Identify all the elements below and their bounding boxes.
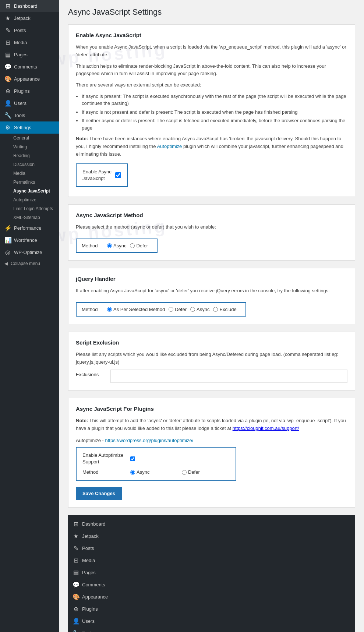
sub-permalinks[interactable]: Permalinks — [4, 178, 59, 187]
bullet-2: If async is not present and defer is pre… — [82, 109, 347, 116]
plugins-icon: ⊕ — [4, 88, 11, 95]
sub-general[interactable]: General — [4, 134, 59, 142]
auto-radio-async-input[interactable] — [130, 470, 135, 475]
media-icon: ⊟ — [4, 39, 11, 46]
collapse-menu[interactable]: ◀ Collapse menu — [0, 258, 59, 269]
enable-checkbox[interactable] — [115, 172, 121, 178]
users-icon: 👤 — [4, 100, 11, 107]
sidebar-item-appearance-b[interactable]: 🎨 Appearance — [68, 591, 355, 603]
sidebar-item-plugins[interactable]: ⊕ Plugins — [0, 85, 59, 97]
radio-defer2-input[interactable] — [169, 307, 173, 312]
auto-radio-async[interactable]: Async — [130, 469, 174, 476]
sidebar-item-performance[interactable]: ⚡ Performance — [0, 222, 59, 234]
enable-section-title: Enable Async JavaScript — [76, 32, 347, 38]
sidebar-item-plugins-b[interactable]: ⊕ Plugins — [68, 603, 355, 615]
jetpack-icon: ★ — [4, 15, 11, 22]
sidebar-item-posts-b[interactable]: ✎ Posts — [68, 542, 355, 554]
sidebar-item-tools-b[interactable]: 🔧 Tools — [68, 627, 355, 632]
radio-exclude-input[interactable] — [213, 307, 218, 312]
main-content: Async JavaScript Settings Enable Async J… — [59, 0, 364, 632]
sidebar-item-comments-b[interactable]: 💬 Comments — [68, 579, 355, 591]
posts-icon: ✎ — [4, 27, 11, 34]
radio-defer2[interactable]: Defer — [169, 307, 187, 312]
jetpack-icon-b: ★ — [73, 533, 79, 540]
sidebar-item-pages-b[interactable]: ▤ Pages — [68, 566, 355, 579]
jquery-desc: If after enabling Async JavaScript for '… — [76, 287, 347, 295]
sidebar-item-media-b[interactable]: ⊟ Media — [68, 554, 355, 566]
enable-desc1: When you enable Async JavaScript, when a… — [76, 43, 347, 59]
sub-media[interactable]: Media — [4, 169, 59, 178]
radio-async[interactable]: Async — [107, 243, 126, 248]
sidebar-item-appearance[interactable]: 🎨 Appearance — [0, 73, 59, 85]
method-radio-box: Method Async Defer — [76, 239, 158, 253]
support-link[interactable]: https://cloughit.com.au/support/ — [233, 426, 299, 431]
sub-async-javascript[interactable]: Async JavaScript — [4, 187, 59, 195]
save-button[interactable]: Save Changes — [76, 487, 122, 500]
sidebar-item-comments[interactable]: 💬 Comments — [0, 61, 59, 73]
method-label: Method — [82, 243, 102, 248]
sub-discussion[interactable]: Discussion — [4, 160, 59, 169]
exclusion-input[interactable] — [110, 370, 347, 383]
bullet-3: If neither async or defer is present: Th… — [82, 117, 347, 131]
radio-exclude[interactable]: Exclude — [213, 307, 236, 312]
sidebar-item-media[interactable]: ⊟ Media — [0, 36, 59, 49]
sidebar-item-users[interactable]: 👤 Users — [0, 97, 59, 109]
page-title: Async JavaScript Settings — [68, 7, 355, 17]
bullet-1: If async is present: The script is execu… — [82, 93, 347, 107]
posts-icon-b: ✎ — [73, 545, 79, 552]
pages-icon: ▤ — [4, 51, 11, 58]
enable-note: Note: There have been instances where en… — [76, 135, 347, 158]
sidebar-item-settings[interactable]: ⚙ Settings — [0, 121, 59, 134]
autoptimize-wp-link[interactable]: https://wordpress.org/plugins/autoptimiz… — [105, 438, 193, 443]
sidebar-top: ⊞ Dashboard ★ Jetpack ✎ Posts ⊟ Media ▤ … — [0, 0, 59, 269]
sidebar-item-wordfence[interactable]: 📊 Wordfence — [0, 234, 59, 246]
sub-writing[interactable]: Writing — [4, 142, 59, 151]
enable-checkbox-box: Enable AsyncJavaScript — [76, 163, 128, 187]
method-desc: Please select the method (async or defer… — [76, 223, 347, 231]
exclusion-label: Exclusions — [76, 370, 105, 377]
sidebar-bottom-section: ⊞ Dashboard ★ Jetpack ✎ Posts ⊟ Media ▤ … — [68, 515, 355, 632]
sidebar-item-wp-optimize[interactable]: ◎ WP-Optimize — [0, 246, 59, 258]
method-card: Async JavaScript Method Please select th… — [68, 204, 355, 261]
autoptimize-enable-checkbox[interactable] — [130, 456, 135, 461]
jquery-card: jQuery Handler If after enabling Async J… — [68, 268, 355, 324]
pages-icon-b: ▤ — [73, 569, 79, 576]
auto-radio-defer[interactable]: Defer — [182, 469, 226, 476]
sidebar-item-tools[interactable]: 🔧 Tools — [0, 109, 59, 121]
save-button-wrapper: Save Changes — [76, 487, 347, 500]
users-icon-b: 👤 — [73, 618, 79, 625]
autoptimize-header: Autoptimize - https://wordpress.org/plug… — [76, 438, 347, 443]
sub-reading[interactable]: Reading — [4, 151, 59, 160]
media-icon-b: ⊟ — [73, 557, 79, 564]
autoptimize-link[interactable]: Autoptimize — [157, 144, 182, 149]
sub-xml-sitemap[interactable]: XML-Sitemap — [4, 213, 59, 222]
comments-icon: 💬 — [4, 63, 11, 70]
radio-asper-input[interactable] — [107, 307, 112, 312]
radio-asper[interactable]: As Per Selected Method — [107, 307, 165, 312]
radio-defer-input[interactable] — [130, 243, 135, 248]
radio-async2-input[interactable] — [190, 307, 195, 312]
autoptimize-method-row: Method Async Defer — [82, 469, 230, 476]
sidebar-item-dashboard-b[interactable]: ⊞ Dashboard — [68, 518, 355, 530]
wp-optimize-icon: ◎ — [4, 249, 11, 256]
sidebar-item-posts[interactable]: ✎ Posts — [0, 24, 59, 36]
sidebar-item-jetpack-b[interactable]: ★ Jetpack — [68, 530, 355, 542]
dashboard-icon-b: ⊞ — [73, 520, 79, 527]
sidebar-item-users-b[interactable]: 👤 Users — [68, 615, 355, 627]
sidebar-item-jetpack[interactable]: ★ Jetpack — [0, 12, 59, 24]
sub-autoptimize[interactable]: Autoptimize — [4, 195, 59, 204]
tools-icon-b: 🔧 — [73, 630, 79, 632]
autoptimize-method-label: Method — [82, 469, 127, 476]
radio-async-input[interactable] — [107, 243, 112, 248]
sidebar-item-pages[interactable]: ▤ Pages — [0, 49, 59, 61]
sidebar-item-dashboard[interactable]: ⊞ Dashboard — [0, 0, 59, 12]
enable-async-card: Enable Async JavaScript When you enable … — [68, 24, 355, 197]
autoptimize-box: Enable AutoptimizeSupport Method Async D… — [76, 447, 236, 481]
radio-async2[interactable]: Async — [190, 307, 209, 312]
enable-checkbox-label: Enable AsyncJavaScript — [82, 169, 112, 182]
sub-limit-login[interactable]: Limit Login Attempts — [4, 204, 59, 213]
auto-radio-defer-input[interactable] — [182, 470, 187, 475]
tools-icon: 🔧 — [4, 112, 11, 119]
radio-defer[interactable]: Defer — [130, 243, 148, 248]
exclusion-card: Script Exclusion Please list any scripts… — [68, 332, 355, 391]
